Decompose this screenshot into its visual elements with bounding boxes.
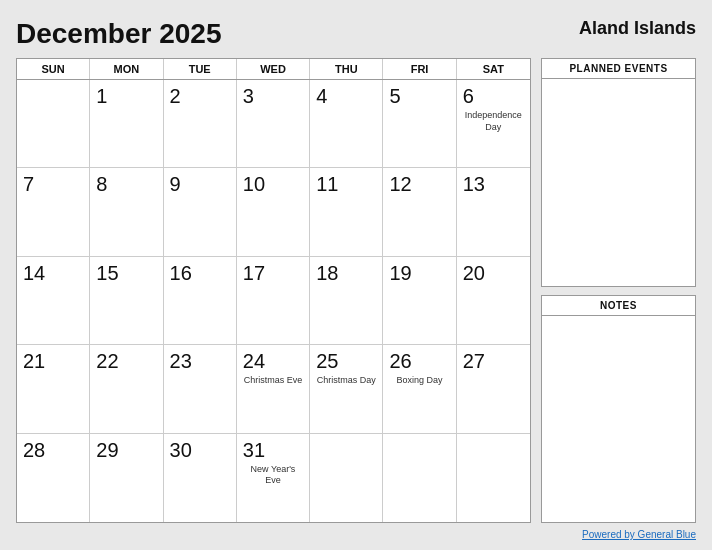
day-event-label: New Year's Eve [243,464,303,487]
calendar-grid: 123456Independence Day789101112131415161… [17,80,530,522]
day-cell: 3 [237,80,310,168]
day-cell: 31New Year's Eve [237,434,310,522]
day-header: FRI [383,59,456,79]
day-cell: 9 [164,168,237,256]
day-number: 17 [243,261,265,285]
day-header: TUE [164,59,237,79]
calendar-page: December 2025 Aland Islands SUNMONTUEWED… [0,0,712,550]
day-cell [17,80,90,168]
day-number: 10 [243,172,265,196]
day-number: 18 [316,261,338,285]
day-cell [383,434,456,522]
footer: Powered by General Blue [16,529,696,540]
day-number: 6 [463,84,474,108]
day-cell: 26Boxing Day [383,345,456,433]
day-event-label: Christmas Day [316,375,376,387]
day-cell: 6Independence Day [457,80,530,168]
day-header: MON [90,59,163,79]
planned-events-box: PLANNED EVENTS [541,58,696,287]
day-number: 5 [389,84,400,108]
day-header: THU [310,59,383,79]
day-cell: 7 [17,168,90,256]
day-cell: 13 [457,168,530,256]
day-number: 20 [463,261,485,285]
day-number: 11 [316,172,338,196]
day-number: 2 [170,84,181,108]
day-number: 9 [170,172,181,196]
day-cell: 4 [310,80,383,168]
notes-title: NOTES [542,296,695,316]
day-number: 4 [316,84,327,108]
day-cell: 28 [17,434,90,522]
day-cell: 8 [90,168,163,256]
day-number: 13 [463,172,485,196]
day-cell: 16 [164,257,237,345]
header: December 2025 Aland Islands [16,18,696,50]
day-cell: 12 [383,168,456,256]
day-cell: 15 [90,257,163,345]
day-number: 16 [170,261,192,285]
day-cell: 24Christmas Eve [237,345,310,433]
day-number: 8 [96,172,107,196]
day-cell: 20 [457,257,530,345]
day-number: 26 [389,349,411,373]
day-event-label: Christmas Eve [243,375,303,387]
day-cell: 17 [237,257,310,345]
day-cell: 21 [17,345,90,433]
day-number: 24 [243,349,265,373]
day-number: 3 [243,84,254,108]
day-cell: 25Christmas Day [310,345,383,433]
sidebar: PLANNED EVENTS NOTES [541,58,696,523]
planned-events-content [542,79,695,286]
day-header: SAT [457,59,530,79]
planned-events-title: PLANNED EVENTS [542,59,695,79]
day-number: 15 [96,261,118,285]
month-year-title: December 2025 [16,18,221,50]
day-headers: SUNMONTUEWEDTHUFRISAT [17,59,530,80]
region-title: Aland Islands [579,18,696,39]
day-header: WED [237,59,310,79]
day-number: 28 [23,438,45,462]
day-number: 27 [463,349,485,373]
day-cell: 14 [17,257,90,345]
day-number: 7 [23,172,34,196]
day-number: 29 [96,438,118,462]
day-cell: 23 [164,345,237,433]
day-event-label: Independence Day [463,110,524,133]
day-cell: 11 [310,168,383,256]
day-number: 12 [389,172,411,196]
day-cell: 2 [164,80,237,168]
day-cell: 18 [310,257,383,345]
day-number: 25 [316,349,338,373]
day-number: 19 [389,261,411,285]
powered-by-link[interactable]: Powered by General Blue [582,529,696,540]
day-event-label: Boxing Day [389,375,449,387]
day-number: 21 [23,349,45,373]
day-number: 23 [170,349,192,373]
day-cell: 1 [90,80,163,168]
day-number: 14 [23,261,45,285]
day-cell: 29 [90,434,163,522]
day-cell: 19 [383,257,456,345]
day-cell [457,434,530,522]
day-header: SUN [17,59,90,79]
day-number: 1 [96,84,107,108]
day-cell: 30 [164,434,237,522]
notes-content [542,316,695,523]
day-cell [310,434,383,522]
notes-box: NOTES [541,295,696,524]
day-cell: 22 [90,345,163,433]
day-number: 22 [96,349,118,373]
day-number: 31 [243,438,265,462]
day-cell: 27 [457,345,530,433]
day-cell: 10 [237,168,310,256]
calendar-section: SUNMONTUEWEDTHUFRISAT 123456Independence… [16,58,531,523]
day-number: 30 [170,438,192,462]
day-cell: 5 [383,80,456,168]
main-content: SUNMONTUEWEDTHUFRISAT 123456Independence… [16,58,696,523]
